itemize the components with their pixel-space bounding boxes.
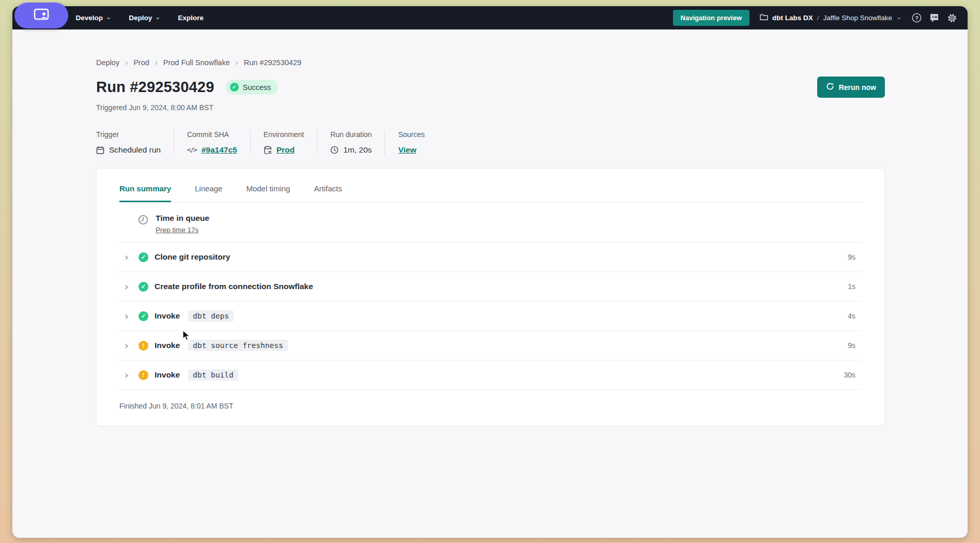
meta-run-duration: Run duration 1m, 20s: [317, 130, 385, 155]
breadcrumb-item-prod[interactable]: Prod: [133, 58, 149, 67]
success-icon: ✓: [230, 83, 239, 92]
step-row-dbt-build[interactable]: › ! Invoke dbt build 30s: [119, 360, 862, 390]
status-badge: ✓ Success: [226, 80, 279, 95]
meta-label: Trigger: [96, 130, 161, 139]
environment-link[interactable]: Prod: [277, 145, 295, 155]
commit-sha-link[interactable]: #9a147c5: [202, 145, 237, 155]
page-content: Deploy › Prod › Prod Full Snowflake › Ru…: [12, 29, 968, 426]
meta-label: Environment: [264, 130, 304, 139]
meta-commit-sha: Commit SHA </> #9a147c5: [174, 130, 250, 155]
rerun-now-button[interactable]: Rerun now: [817, 77, 885, 98]
app-window: dbt Develop ⌄ Deploy ⌄ Explore Navigatio…: [12, 6, 968, 538]
chevron-down-icon: ⌄: [896, 14, 901, 20]
account-name: dbt Labs DX: [772, 14, 813, 22]
svg-text:?: ?: [915, 15, 918, 21]
timer-icon: [138, 214, 148, 225]
navigation-preview-button[interactable]: Navigation preview: [673, 10, 749, 26]
database-icon: [264, 146, 272, 155]
warning-icon: !: [139, 370, 148, 380]
breadcrumb-item-job[interactable]: Prod Full Snowflake: [163, 58, 230, 67]
nav-item-explore[interactable]: Explore: [178, 14, 204, 22]
presenter-badge[interactable]: [14, 3, 68, 28]
queue-title: Time in queue: [156, 214, 209, 223]
meta-environment: Environment Prod: [250, 130, 317, 155]
step-duration: 4s: [848, 312, 855, 320]
chevron-right-icon[interactable]: ›: [125, 311, 132, 321]
breadcrumb-separator: ›: [236, 58, 238, 67]
rerun-icon: [826, 82, 834, 92]
step-label: Invoke: [155, 341, 180, 350]
meta-trigger: Trigger Scheduled run: [96, 130, 174, 155]
step-command: dbt deps: [188, 310, 234, 322]
tab-artifacts[interactable]: Artifacts: [314, 184, 342, 202]
meta-sources: Sources View: [385, 130, 437, 155]
meta-label: Commit SHA: [187, 130, 237, 139]
breadcrumb: Deploy › Prod › Prod Full Snowflake › Ru…: [96, 58, 885, 67]
rerun-label: Rerun now: [839, 83, 876, 92]
breadcrumb-item-deploy[interactable]: Deploy: [96, 58, 119, 67]
time-in-queue-row: Time in queue Prep time 17s: [119, 202, 862, 243]
trigger-value: Scheduled run: [109, 145, 161, 155]
code-icon: </>: [187, 146, 197, 154]
clock-icon: [330, 146, 339, 154]
step-duration: 30s: [844, 371, 855, 379]
step-row-source-freshness[interactable]: › ! Invoke dbt source freshness 9s: [119, 331, 862, 360]
finished-timestamp: Finished Jun 9, 2024, 8:01 AM BST: [119, 390, 862, 423]
screen-share-icon: [34, 8, 49, 23]
step-row-dbt-deps[interactable]: › ✓ Invoke dbt deps 4s: [119, 301, 862, 331]
step-label: Invoke: [155, 370, 180, 380]
tab-model-timing[interactable]: Model timing: [246, 184, 290, 202]
step-row-clone-git[interactable]: › ✓ Clone git repository 9s: [119, 243, 862, 272]
chevron-right-icon[interactable]: ›: [125, 341, 132, 351]
meta-label: Sources: [398, 130, 424, 139]
breadcrumb-item-run[interactable]: Run #292530429: [244, 58, 301, 67]
step-command: dbt build: [188, 369, 238, 381]
step-duration: 1s: [848, 282, 855, 291]
nav-icons: ?: [912, 13, 957, 23]
top-nav: dbt Develop ⌄ Deploy ⌄ Explore Navigatio…: [12, 6, 968, 29]
nav-right: Navigation preview dbt Labs DX / Jaffle …: [673, 10, 957, 26]
folder-icon: [760, 13, 768, 22]
gear-icon[interactable]: [947, 13, 957, 23]
step-command: dbt source freshness: [188, 340, 288, 351]
nav-item-deploy[interactable]: Deploy ⌄: [129, 14, 160, 22]
meta-label: Run duration: [330, 130, 372, 139]
nav-item-label: Develop: [76, 14, 103, 22]
step-label: Create profile from connection Snowflake: [155, 282, 313, 291]
step-duration: 9s: [848, 253, 855, 261]
success-icon: ✓: [139, 282, 148, 292]
tab-bar: Run summary Lineage Model timing Artifac…: [119, 169, 862, 202]
success-icon: ✓: [139, 252, 148, 262]
nav-item-label: Deploy: [129, 14, 152, 22]
triggered-timestamp: Triggered Jun 9, 2024, 8:00 AM BST: [96, 103, 885, 112]
help-icon[interactable]: ?: [912, 13, 922, 23]
tab-run-summary[interactable]: Run summary: [119, 184, 171, 202]
account-switcher[interactable]: dbt Labs DX / Jaffle Shop Snowflake ⌄: [760, 13, 901, 22]
breadcrumb-separator: ›: [125, 58, 128, 67]
run-metadata: Trigger Scheduled run Commit SHA: [96, 130, 885, 155]
page-title: Run #292530429: [96, 79, 215, 96]
sources-view-link[interactable]: View: [398, 145, 416, 155]
run-duration-value: 1m, 20s: [343, 145, 372, 155]
chevron-down-icon: ⌄: [106, 14, 111, 20]
chevron-right-icon[interactable]: ›: [125, 370, 132, 380]
chevron-right-icon[interactable]: ›: [125, 282, 132, 292]
step-row-create-profile[interactable]: › ✓ Create profile from connection Snowf…: [119, 272, 862, 301]
step-label: Clone git repository: [155, 252, 230, 262]
project-name: Jaffle Shop Snowflake: [823, 14, 892, 22]
warning-icon: !: [139, 341, 148, 351]
status-label: Success: [243, 83, 271, 92]
path-separator: /: [817, 14, 819, 22]
step-duration: 9s: [848, 341, 855, 350]
nav-item-label: Explore: [178, 14, 204, 22]
step-label: Invoke: [155, 311, 180, 321]
nav-menu: Develop ⌄ Deploy ⌄ Explore: [76, 14, 204, 22]
chevron-right-icon[interactable]: ›: [125, 252, 132, 262]
page-header: Run #292530429 ✓ Success Rerun now: [96, 77, 885, 98]
nav-item-develop[interactable]: Develop ⌄: [76, 14, 112, 22]
success-icon: ✓: [139, 311, 148, 321]
breadcrumb-separator: ›: [155, 58, 158, 67]
prep-time-link[interactable]: Prep time 17s: [156, 226, 198, 234]
feedback-icon[interactable]: [929, 13, 939, 23]
tab-lineage[interactable]: Lineage: [195, 184, 222, 202]
